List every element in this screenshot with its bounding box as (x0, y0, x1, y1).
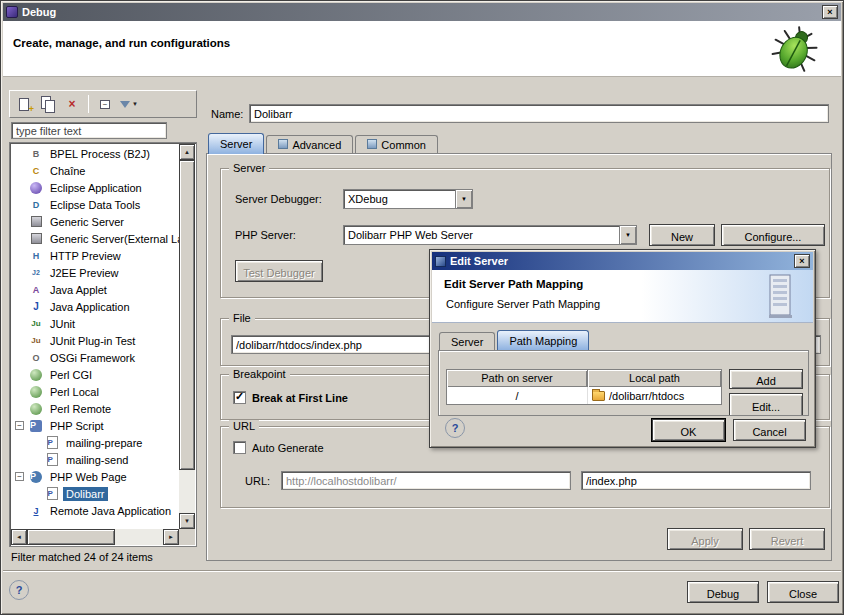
revert-button[interactable]: Revert (749, 528, 825, 550)
column-header-local-path[interactable]: Local path (588, 370, 721, 387)
collapse-expander-icon[interactable]: − (15, 472, 24, 481)
tree-item-perl-local[interactable]: Perl Local (11, 383, 179, 400)
delete-configuration-button[interactable]: × (61, 94, 83, 114)
edit-server-window-icon (435, 256, 446, 267)
filter-input[interactable] (11, 122, 167, 139)
toolbar-separator (88, 95, 89, 113)
configurations-toolbar: + × − ▼ (9, 90, 197, 118)
filter-status: Filter matched 24 of 24 items (11, 551, 153, 563)
tree-item-perl-cgi[interactable]: Perl CGI (11, 366, 179, 383)
chain-icon (29, 164, 43, 177)
column-header-path-on-server[interactable]: Path on server (447, 370, 588, 387)
tree-item-php-script[interactable]: −PHP Script (11, 417, 179, 434)
edit-server-titlebar: Edit Server × (432, 252, 813, 270)
tree-item-label: mailing-prepare (63, 436, 145, 450)
ok-button[interactable]: OK (652, 419, 725, 441)
break-first-line-checkbox[interactable]: ✓ (233, 391, 246, 404)
scroll-right-icon[interactable]: ► (163, 529, 179, 545)
server-icon (31, 233, 42, 244)
tree-item-bpel-process[interactable]: BPEL Process (B2J) (11, 145, 179, 162)
url-label: URL: (245, 475, 270, 487)
tree-item-osgi-framework[interactable]: OSGi Framework (11, 349, 179, 366)
collapse-expander-icon[interactable]: − (15, 421, 24, 430)
close-button[interactable]: Close (767, 581, 839, 603)
scroll-up-icon[interactable]: ▲ (179, 144, 195, 160)
edit-mapping-button[interactable]: Edit... (729, 393, 803, 416)
edit-server-close-button[interactable]: × (794, 254, 810, 268)
tab-path-mapping[interactable]: Path Mapping (497, 330, 589, 350)
auto-generate-checkbox[interactable] (233, 441, 246, 454)
remote-java-icon (29, 504, 43, 517)
tree-horizontal-scrollbar[interactable]: ◄ ► (11, 529, 179, 545)
tree-vertical-scrollbar[interactable]: ▲ ▼ (179, 144, 195, 529)
scroll-left-icon[interactable]: ◄ (11, 529, 27, 545)
chevron-down-icon[interactable]: ▼ (619, 226, 636, 244)
tree-item-php-web-page[interactable]: −PHP Web Page (11, 468, 179, 485)
horizontal-scroll-thumb[interactable] (27, 529, 115, 545)
tree-item-junit[interactable]: JUnit (11, 315, 179, 332)
tab-advanced[interactable]: Advanced (266, 135, 353, 154)
dialog-help-button[interactable]: ? (445, 418, 465, 438)
vertical-scroll-thumb[interactable] (179, 160, 195, 470)
tree-item-http-preview[interactable]: HTTP Preview (11, 247, 179, 264)
tree-item-java-application[interactable]: Java Application (11, 298, 179, 315)
url-path-input[interactable] (581, 471, 811, 490)
chevron-down-icon[interactable]: ▼ (455, 190, 472, 208)
tree-item-dolibarr[interactable]: Dolibarr (11, 485, 179, 502)
j2ee-preview-icon (29, 266, 43, 279)
server-group-title: Server (229, 162, 269, 174)
tree-item-label: J2EE Preview (47, 266, 121, 280)
tab-server-settings[interactable]: Server (439, 332, 495, 350)
tree-item-perl-remote[interactable]: Perl Remote (11, 400, 179, 417)
name-input[interactable] (249, 104, 829, 123)
tree-item-java-applet[interactable]: Java Applet (11, 281, 179, 298)
collapse-all-button[interactable]: − (94, 94, 116, 114)
break-first-line-label: Break at First Line (252, 392, 348, 404)
tree-item-j2ee-preview[interactable]: J2EE Preview (11, 264, 179, 281)
path-mapping-table: Path on server Local path / /dolibarr/ht… (446, 369, 722, 405)
common-tab-icon (367, 139, 377, 149)
duplicate-configuration-button[interactable] (37, 94, 59, 114)
help-icon: ? (452, 422, 459, 434)
tree-item-mailing-send[interactable]: mailing-send (11, 451, 179, 468)
window-title: Debug (22, 6, 822, 18)
tab-server[interactable]: Server (208, 133, 264, 154)
cancel-button[interactable]: Cancel (733, 419, 806, 441)
configure-server-button[interactable]: Configure... (721, 224, 825, 246)
apply-button[interactable]: Apply (667, 528, 743, 550)
tree-item-generic-server[interactable]: Generic Server (11, 213, 179, 230)
server-debugger-select[interactable]: XDebug ▼ (343, 189, 473, 209)
tree-item-generic-server-external[interactable]: Generic Server(External La (11, 230, 179, 247)
tree-item-chaine[interactable]: Chaîne (11, 162, 179, 179)
window-icon (6, 6, 18, 18)
scrollbar-corner (179, 529, 195, 545)
debug-button[interactable]: Debug (687, 581, 759, 603)
tree-item-remote-java-application[interactable]: Remote Java Application (11, 502, 179, 519)
scroll-down-icon[interactable]: ▼ (179, 513, 195, 529)
test-debugger-button[interactable]: Test Debugger (235, 260, 323, 282)
filter-menu-button[interactable]: ▼ (118, 94, 140, 114)
advanced-tab-icon (278, 139, 288, 149)
window-close-button[interactable]: × (822, 5, 838, 19)
tree-item-eclipse-application[interactable]: Eclipse Application (11, 179, 179, 196)
new-server-button[interactable]: New (649, 224, 715, 246)
edit-server-title: Edit Server (450, 255, 794, 267)
debug-configurations-window: Debug × Create, manage, and run configur… (0, 0, 844, 615)
tree-item-eclipse-data-tools[interactable]: Eclipse Data Tools (11, 196, 179, 213)
url-base-input[interactable] (281, 471, 571, 490)
help-button[interactable]: ? (9, 580, 29, 600)
tree-item-mailing-prepare[interactable]: mailing-prepare (11, 434, 179, 451)
tree-item-label: OSGi Framework (47, 351, 138, 365)
tab-common[interactable]: Common (355, 135, 438, 154)
add-mapping-button[interactable]: Add (729, 369, 803, 389)
php-icon (30, 420, 42, 432)
tree-item-junit-plugin-test[interactable]: JUnit Plug-in Test (11, 332, 179, 349)
new-configuration-button[interactable]: + (13, 94, 35, 114)
php-server-select[interactable]: Dolibarr PHP Web Server ▼ (343, 225, 637, 245)
cell-local-path: /dolibarr/htdocs (588, 387, 721, 404)
server-tower-icon (763, 274, 797, 320)
php-web-icon (30, 471, 42, 483)
tree-item-label: Java Applet (47, 283, 110, 297)
table-row[interactable]: / /dolibarr/htdocs (447, 387, 721, 404)
edit-server-heading: Edit Server Path Mapping (444, 278, 583, 290)
